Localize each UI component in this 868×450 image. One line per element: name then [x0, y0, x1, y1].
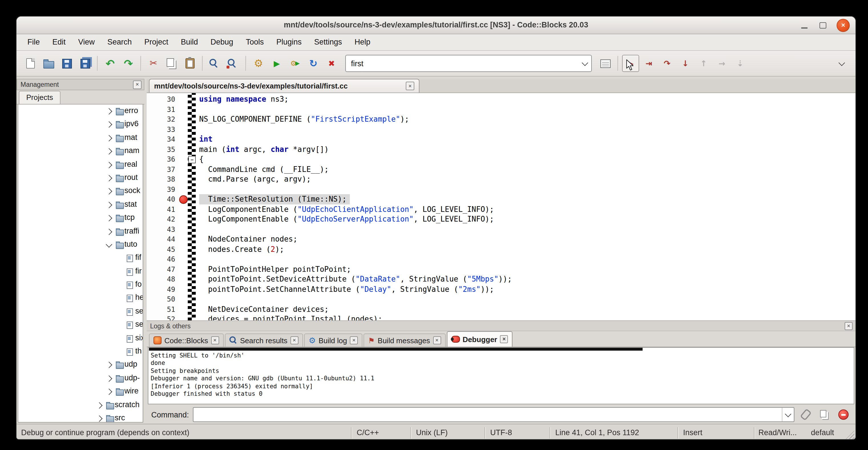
command-dropdown-button[interactable] [782, 408, 794, 421]
tree-item-real-4[interactable]: real [18, 158, 143, 171]
rebuild-button[interactable]: ↻ [305, 55, 322, 72]
redo-button[interactable]: ↷ [120, 55, 137, 72]
tree-item-scratch-22[interactable]: scratch [18, 398, 143, 412]
menu-settings[interactable]: Settings [308, 34, 348, 50]
tree-item-ipv6-1[interactable]: ipv6 [18, 118, 143, 131]
build-and-run-button[interactable]: ⚙▶ [286, 55, 304, 72]
code-line-42[interactable]: 42 LogComponentEnable ("UdpEchoServerApp… [147, 214, 856, 224]
replace-button[interactable] [225, 55, 242, 72]
chevron-right-icon[interactable] [106, 108, 113, 115]
debug-continue-button[interactable]: ▶ [622, 55, 639, 72]
code-line-31[interactable]: 31 [147, 104, 856, 114]
code-line-38[interactable]: 38 cmd.Parse (argc, argv); [147, 174, 856, 184]
tree-item-src-23[interactable]: src [18, 412, 143, 423]
command-input[interactable] [193, 407, 795, 422]
editor-tab[interactable]: mnt/dev/tools/source/ns-3-dev/examples/t… [149, 79, 420, 92]
menu-tools[interactable]: Tools [239, 34, 270, 50]
tree-item-se-15[interactable]: se [18, 305, 143, 318]
code-line-47[interactable]: 47 PointToPointHelper pointToPoint; [147, 264, 856, 274]
resize-grip[interactable] [845, 430, 854, 440]
tree-item-udp--20[interactable]: udp- [18, 372, 143, 385]
chevron-right-icon[interactable] [106, 135, 113, 141]
logs-tab-build-log[interactable]: ⚙Build log× [304, 333, 362, 347]
logs-tab-code-blocks[interactable]: Code::Blocks× [149, 333, 223, 347]
tab-close-button[interactable]: × [433, 336, 441, 344]
editor-tab-close-button[interactable]: × [406, 82, 414, 90]
chevron-right-icon[interactable] [106, 188, 113, 195]
chevron-right-icon[interactable] [96, 416, 103, 422]
titlebar[interactable]: mnt/dev/tools/source/ns-3-dev/examples/t… [17, 17, 856, 34]
code-editor[interactable]: 30using namespace ns3;3132NS_LOG_COMPONE… [147, 93, 856, 320]
tree-item-th-18[interactable]: th [18, 345, 143, 358]
code-line-37[interactable]: 37 CommandLine cmd (__FILE__); [147, 164, 856, 174]
minimize-button[interactable] [799, 20, 809, 30]
abort-button[interactable]: ✖ [323, 55, 340, 72]
tree-item-se-16[interactable]: se [18, 318, 143, 332]
code-line-49[interactable]: 49 pointToPoint.SetChannelAttribute ("De… [147, 284, 856, 294]
cut-button[interactable]: ✂ [145, 55, 162, 72]
maximize-button[interactable] [818, 20, 828, 30]
paste-button[interactable] [182, 55, 198, 72]
tree-item-sock-6[interactable]: sock [18, 185, 143, 198]
tree-item-erro-0[interactable]: erro [18, 104, 143, 118]
code-line-36[interactable]: 36{ [147, 154, 856, 164]
attach-button[interactable] [798, 407, 813, 422]
tree-item-fir-12[interactable]: fir [18, 265, 143, 278]
chevron-right-icon[interactable] [106, 215, 113, 221]
menu-debug[interactable]: Debug [204, 34, 240, 50]
copy-button[interactable] [163, 55, 180, 72]
code-line-52[interactable]: 52 devices = pointToPoint.Install (nodes… [147, 314, 856, 320]
menu-file[interactable]: File [21, 34, 46, 50]
tree-item-udp-19[interactable]: udp [18, 358, 143, 372]
chevron-down-icon[interactable] [106, 241, 113, 247]
code-line-34[interactable]: 34int [147, 134, 856, 144]
menu-build[interactable]: Build [175, 34, 204, 50]
code-line-43[interactable]: 43 [147, 224, 856, 234]
chevron-right-icon[interactable] [106, 161, 113, 168]
tree-item-tuto-10[interactable]: tuto [18, 238, 143, 251]
step-into-button[interactable]: ↓ [677, 55, 694, 72]
chevron-right-icon[interactable] [106, 148, 113, 155]
chevron-right-icon[interactable] [106, 389, 113, 395]
code-line-46[interactable]: 46 [147, 254, 856, 264]
next-instruction-button[interactable]: → [713, 55, 731, 72]
clear-log-button[interactable] [836, 407, 851, 422]
tree-item-traffi-9[interactable]: traffi [18, 225, 143, 238]
code-line-35[interactable]: 35main (int argc, char *argv[]) [147, 144, 856, 154]
next-line-button[interactable]: ↷ [658, 55, 676, 72]
info-window-button[interactable] [597, 55, 614, 72]
chevron-right-icon[interactable] [106, 229, 113, 235]
tab-close-button[interactable]: × [500, 335, 508, 343]
copy-log-button[interactable] [817, 407, 832, 422]
save-all-button[interactable] [76, 55, 94, 72]
code-line-32[interactable]: 32NS_LOG_COMPONENT_DEFINE ("FirstScriptE… [147, 114, 856, 124]
code-line-40[interactable]: 40 Time::SetResolution (Time::NS); [147, 194, 856, 204]
logs-tab-search-results[interactable]: Search results× [224, 333, 303, 347]
menu-view[interactable]: View [72, 34, 101, 50]
tree-item-he-14[interactable]: he [18, 292, 143, 305]
logs-tab-build-messages[interactable]: ⚑Build messages× [364, 333, 445, 347]
tree-item-wire-21[interactable]: wire [18, 385, 143, 398]
chevron-right-icon[interactable] [106, 362, 113, 369]
toolbar-overflow-button[interactable] [833, 55, 850, 72]
logs-tab-debugger[interactable]: Debugger× [446, 331, 513, 347]
tree-item-rout-5[interactable]: rout [18, 171, 143, 185]
project-tree[interactable]: erroipv6matnamrealroutsockstattcptraffit… [18, 104, 143, 423]
chevron-right-icon[interactable] [106, 375, 113, 382]
menu-project[interactable]: Project [138, 34, 175, 50]
run-to-cursor-button[interactable]: ⇥ [640, 55, 657, 72]
tree-item-mat-2[interactable]: mat [18, 131, 143, 145]
code-line-41[interactable]: 41 LogComponentEnable ("UdpEchoClientApp… [147, 204, 856, 214]
build-target-dropdown-button[interactable] [579, 55, 591, 71]
menu-help[interactable]: Help [348, 34, 377, 50]
logs-close-button[interactable]: × [845, 322, 852, 330]
tree-item-fo-13[interactable]: fo [18, 278, 143, 292]
undo-button[interactable]: ↶ [101, 55, 119, 72]
code-line-30[interactable]: 30using namespace ns3; [147, 94, 856, 104]
chevron-right-icon[interactable] [106, 202, 113, 208]
tree-item-nam-3[interactable]: nam [18, 145, 143, 158]
run-button[interactable]: ▶ [268, 55, 285, 72]
chevron-right-icon[interactable] [106, 175, 113, 182]
code-line-50[interactable]: 50 [147, 294, 856, 304]
save-button[interactable] [58, 55, 75, 72]
